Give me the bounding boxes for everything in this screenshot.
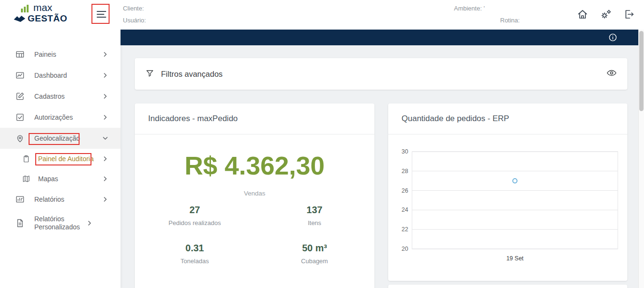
advanced-filters-panel[interactable]: Filtros avançados	[135, 58, 627, 90]
indicators-card-header: Indicadores - maxPedido	[135, 103, 374, 134]
sidebar-item-label: Cadastros	[34, 93, 102, 101]
svg-text:19 Set: 19 Set	[506, 255, 524, 262]
chevron-right-icon	[102, 115, 108, 120]
logout-icon[interactable]	[623, 8, 635, 21]
stat-label: Itens	[255, 219, 375, 226]
sidebar-item-label: Relatórios	[34, 195, 102, 204]
indicators-title: Indicadores - maxPedido	[148, 114, 238, 123]
stat-itens: 137 Itens	[255, 205, 375, 226]
sidebar-item-autorizacoes[interactable]: Autorizações	[0, 107, 121, 128]
settings-gears-icon[interactable]	[600, 8, 612, 21]
sidebar-item-painel-de-auditoria[interactable]: Painel de Auditoria	[0, 149, 121, 169]
clipboard-icon	[22, 154, 31, 164]
sidebar-item-cadastros[interactable]: Cadastros	[0, 86, 121, 107]
stat-value: 50 m³	[255, 243, 375, 254]
stat-label: Cubagem	[255, 257, 375, 265]
svg-text:26: 26	[402, 187, 408, 194]
stat-value: 27	[135, 205, 255, 216]
indicators-card: Indicadores - maxPedido R$ 4.362,30 Vend…	[135, 103, 374, 288]
chevron-right-icon	[87, 221, 92, 226]
sidebar-item-label: Paineis	[34, 51, 102, 59]
stat-cubagem: 50 m³ Cubagem	[255, 243, 375, 265]
sidebar-item-geolocalizacao[interactable]: Geolocalização	[0, 128, 121, 149]
stat-pedidos: 27 Pedidos realizados	[135, 205, 255, 226]
orders-chart-area: 20222426283019 Set	[388, 134, 627, 267]
edit-pencil-icon	[15, 92, 25, 101]
home-icon[interactable]	[576, 8, 589, 21]
svg-text:30: 30	[402, 148, 408, 155]
filter-funnel-icon	[145, 69, 154, 80]
orders-chart-header: Quantidade de pedidos - ERP	[388, 103, 627, 134]
sidebar-item-label: Autorizações	[34, 113, 102, 122]
next-card-sliver	[388, 285, 627, 288]
sales-total-value: R$ 4.362,30	[135, 153, 374, 178]
scrollbar-thumb[interactable]	[639, 31, 644, 111]
indicators-body: R$ 4.362,30 Vendas 27 Pedidos realizados…	[135, 134, 374, 265]
svg-text:28: 28	[402, 168, 408, 175]
user-label: Usuário:	[123, 17, 146, 24]
client-label: Cliente:	[123, 5, 144, 12]
sidebar-item-label: Painel de Auditoria	[38, 155, 102, 163]
stat-value: 0.31	[135, 243, 255, 254]
stat-label: Pedidos realizados	[135, 219, 255, 226]
svg-text:20: 20	[402, 246, 408, 252]
header-icons	[576, 8, 635, 21]
chevron-right-icon	[102, 52, 108, 57]
orders-chart-card: Quantidade de pedidos - ERP 202224262830…	[388, 103, 627, 281]
svg-text:22: 22	[402, 226, 408, 233]
menu-toggle-button[interactable]	[94, 7, 109, 21]
sidebar-item-paineis[interactable]: Paineis	[0, 44, 121, 65]
routine-label: Rotina:	[500, 17, 520, 24]
vertical-scrollbar[interactable]	[638, 30, 644, 288]
sidebar-item-dashboard[interactable]: Dashboard	[0, 65, 121, 86]
stat-label: Toneladas	[135, 257, 255, 265]
stat-toneladas: 0.31 Toneladas	[135, 243, 255, 265]
erp-orders-chart: 20222426283019 Set	[394, 147, 622, 265]
dashboard-chart-icon	[15, 71, 25, 80]
filters-title: Filtros avançados	[161, 70, 606, 79]
eye-visibility-icon[interactable]	[606, 68, 617, 80]
sales-total-label: Vendas	[135, 190, 374, 197]
sidebar-item-label: Relatórios Personalizados	[34, 215, 87, 231]
location-pin-icon	[15, 134, 25, 143]
chevron-right-icon	[102, 94, 108, 99]
logo-bars-icon	[20, 4, 30, 12]
sidebar-nav: Paineis Dashboard Cadastros Autorizações…	[0, 30, 121, 288]
stat-value: 137	[255, 205, 375, 216]
document-icon	[15, 218, 25, 228]
svg-text:24: 24	[402, 206, 408, 213]
chevron-right-icon	[102, 176, 108, 181]
chevron-right-icon	[102, 73, 108, 78]
panels-grid-icon	[15, 50, 25, 59]
chevron-down-icon	[102, 136, 108, 141]
sidebar-item-mapas[interactable]: Mapas	[0, 169, 121, 189]
sidebar-item-label: Geolocalização	[34, 134, 102, 143]
orders-chart-title: Quantidade de pedidos - ERP	[402, 114, 509, 123]
info-icon[interactable]	[608, 33, 617, 44]
sidebar-item-label: Dashboard	[34, 72, 102, 80]
sidebar-item-relatorios-personalizados[interactable]: Relatórios Personalizados	[0, 210, 121, 237]
sidebar-item-label: Mapas	[38, 175, 102, 183]
map-icon	[22, 174, 31, 184]
logo-text-gestao: GESTÃO	[28, 13, 67, 24]
chevron-right-icon	[102, 197, 108, 202]
app-header: max GESTÃO Cliente: Usuário: Ambiente: '…	[0, 0, 644, 30]
page-toolbar	[121, 30, 638, 45]
indicator-stats-grid: 27 Pedidos realizados 137 Itens 0.31 Ton…	[135, 205, 374, 265]
environment-label: Ambiente: '	[454, 5, 485, 12]
sidebar-item-relatorios[interactable]: Relatórios	[0, 189, 121, 210]
report-chart-icon	[15, 195, 25, 204]
logo-text-max: max	[33, 2, 52, 12]
logo-handshake-icon	[13, 15, 26, 22]
app-logo: max GESTÃO	[13, 2, 67, 24]
chevron-right-icon	[102, 156, 108, 161]
check-square-icon	[15, 113, 25, 122]
